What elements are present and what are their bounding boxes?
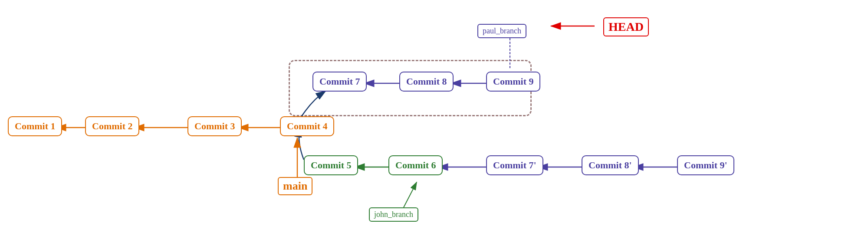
commit-9prime-box: Commit 9' — [677, 155, 734, 175]
commit-6-box: Commit 6 — [388, 155, 443, 175]
commit-8prime-box: Commit 8' — [582, 155, 639, 175]
git-diagram: Commit 1 Commit 2 Commit 3 Commit 4 Comm… — [0, 0, 868, 246]
head-label: HEAD — [603, 17, 649, 36]
commit-8-box: Commit 8 — [399, 72, 454, 92]
paul-branch-label: paul_branch — [477, 24, 526, 38]
commit-4-box: Commit 4 — [280, 116, 334, 136]
main-label: main — [278, 177, 312, 195]
john-branch-label: john_branch — [369, 207, 418, 222]
commit-5-box: Commit 5 — [304, 155, 358, 175]
commit-2-box: Commit 2 — [85, 116, 139, 136]
commit-1-box: Commit 1 — [8, 116, 62, 136]
commit-7prime-box: Commit 7' — [486, 155, 543, 175]
commit-3-box: Commit 3 — [187, 116, 242, 136]
svg-line-17 — [404, 182, 417, 207]
commit-9-box: Commit 9 — [486, 72, 540, 92]
commit-7-box: Commit 7 — [312, 72, 367, 92]
